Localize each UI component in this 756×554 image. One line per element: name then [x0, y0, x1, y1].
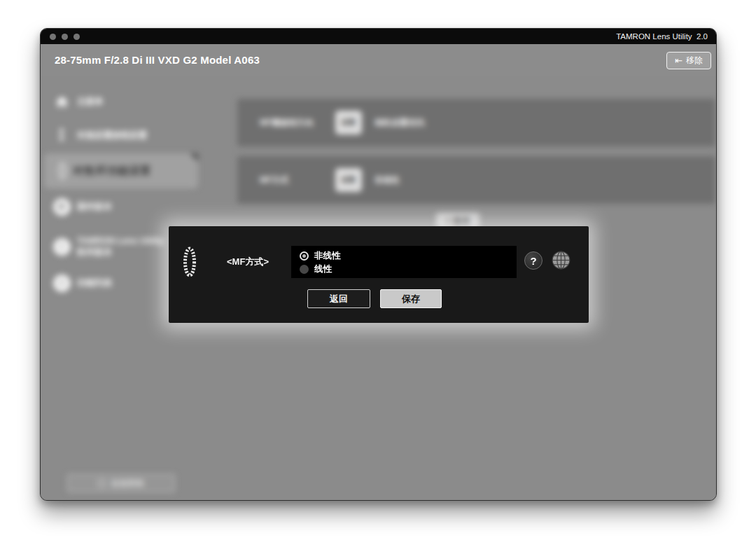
remove-button-label: 移除 — [686, 55, 703, 67]
remove-lens-button[interactable]: ⇤ 移除 — [666, 52, 711, 69]
external-link-icon — [98, 480, 106, 487]
sidebar-item-label: TAMRON Lens Utility 软件版本 — [77, 235, 164, 258]
sidebar-item-focus-set-button[interactable]: 对焦设置按钮设置 — [41, 125, 216, 146]
online-help-button[interactable]: 在线帮助 — [67, 474, 175, 492]
app-title: TAMRON Lens Utility 2.0 — [616, 29, 708, 44]
setting-label: MF圈旋转方向 — [260, 117, 335, 129]
options-box: 非线性 线性 — [291, 246, 517, 278]
sidebar-item-focus-ring-settings[interactable]: 对焦环功能设置 — [44, 153, 198, 188]
focus-set-button-icon — [51, 128, 72, 142]
setting-row-mf-method: MF方式 设置 非线性 — [237, 156, 715, 204]
lens-model-title: 28-75mm F/2.8 Di III VXD G2 Model A063 — [55, 54, 260, 66]
eject-arrow-icon: ⇤ — [675, 56, 682, 65]
setting-value: 相机设置优先 — [374, 117, 425, 129]
dialog-back-button[interactable]: 返回 — [307, 289, 370, 308]
firmware-icon: ⚙ — [51, 198, 72, 216]
dialog-title: <MF方式> — [209, 256, 286, 268]
sidebar-item-label: 功能列表 — [77, 277, 112, 289]
language-globe-button[interactable] — [552, 251, 570, 270]
corner-fold-icon — [190, 153, 198, 162]
set-button[interactable]: 设置 — [335, 168, 362, 192]
option-label: 非线性 — [314, 250, 341, 262]
mf-method-dialog: <MF方式> 非线性 线性 ? — [169, 226, 589, 323]
radio-unselected-icon — [300, 265, 309, 274]
zoom-window-button[interactable] — [74, 34, 80, 40]
header: 28-75mm F/2.8 Di III VXD G2 Model A063 ⇤… — [41, 44, 716, 76]
sidebar-item-label: 固件版本 — [77, 201, 112, 213]
sidebar-item-label: 主菜单 — [77, 96, 104, 108]
help-button[interactable]: ? — [524, 251, 542, 270]
titlebar: TAMRON Lens Utility 2.0 — [41, 29, 716, 44]
screen: TAMRON Lens Utility 2.0 28-75mm F/2.8 Di… — [0, 0, 756, 554]
home-icon — [51, 97, 72, 107]
close-window-button[interactable] — [50, 34, 56, 40]
sidebar-item-main-menu[interactable]: 主菜单 — [41, 91, 216, 112]
globe-icon — [552, 251, 570, 270]
traffic-lights — [50, 34, 80, 40]
tamron-lens-utility-window: TAMRON Lens Utility 2.0 28-75mm F/2.8 Di… — [40, 28, 717, 501]
radio-option-nonlinear[interactable]: 非线性 — [300, 250, 341, 261]
function-list-icon: ≡ — [51, 275, 72, 292]
sidebar-item-label: 对焦环功能设置 — [73, 164, 151, 179]
setting-value: 非线性 — [374, 174, 400, 186]
setting-row-mf-ring-direction: MF圈旋转方向 设置 相机设置优先 — [237, 99, 715, 146]
dialog-save-button[interactable]: 保存 — [380, 289, 442, 308]
minimize-window-button[interactable] — [62, 34, 68, 40]
radio-option-linear[interactable]: 线性 — [300, 263, 332, 275]
radio-selected-icon — [300, 251, 309, 261]
sidebar-item-label: 对焦设置按钮设置 — [77, 130, 147, 141]
setting-label: MF方式 — [260, 174, 335, 186]
focus-ring-icon — [52, 162, 73, 180]
software-version-icon: i — [51, 238, 72, 256]
set-button[interactable]: 设置 — [335, 111, 362, 134]
focus-ring-icon — [183, 247, 197, 280]
option-label: 线性 — [314, 263, 332, 275]
sidebar-item-firmware-version[interactable]: ⚙ 固件版本 — [41, 196, 216, 217]
online-help-label: 在线帮助 — [111, 478, 144, 490]
